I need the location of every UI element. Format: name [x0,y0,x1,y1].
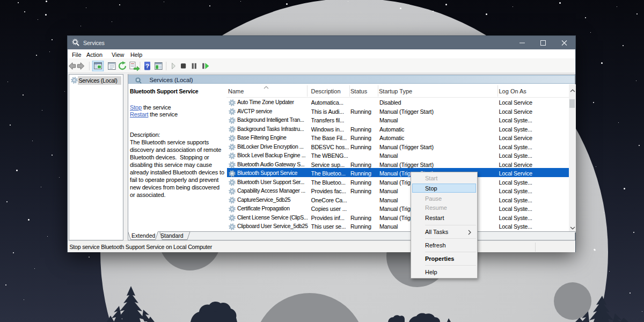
svg-text:Standard: Standard [160,232,184,239]
svg-text:Extended: Extended [131,232,156,239]
svg-text:?: ? [145,63,149,69]
